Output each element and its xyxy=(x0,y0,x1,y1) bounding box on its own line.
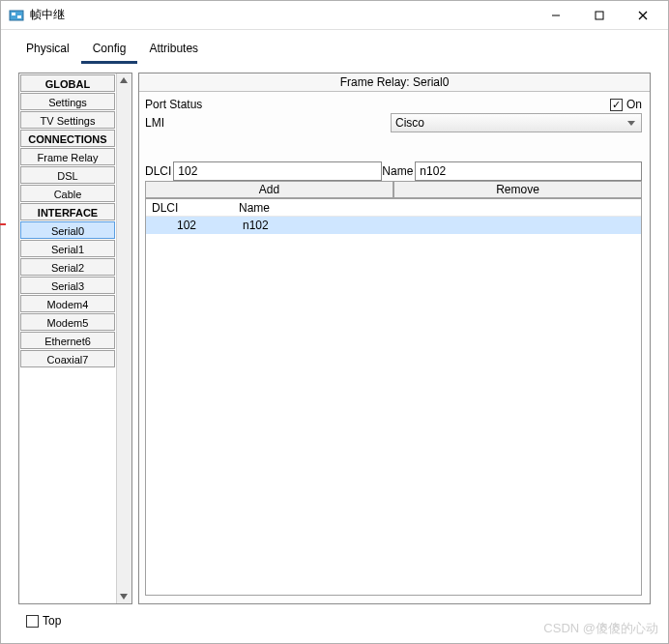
table-header: DLCI Name xyxy=(146,199,641,217)
svg-rect-4 xyxy=(596,12,603,19)
annotation-tick xyxy=(0,223,6,225)
dlci-input[interactable]: 102 xyxy=(173,161,382,181)
svg-rect-1 xyxy=(12,13,15,15)
col-name[interactable]: Name xyxy=(233,199,641,216)
top-checkbox[interactable] xyxy=(26,615,39,628)
lmi-dropdown[interactable]: Cisco xyxy=(391,113,642,132)
lmi-row: LMI Cisco xyxy=(145,113,642,132)
svg-rect-2 xyxy=(17,15,21,18)
col-dlci[interactable]: DLCI xyxy=(146,199,233,216)
tab-bar: PhysicalConfigAttributes xyxy=(15,38,654,65)
sidebar-item-serial0[interactable]: Serial0 xyxy=(20,221,115,239)
table-body: 102n102 xyxy=(146,217,641,234)
lmi-value: Cisco xyxy=(395,116,424,130)
dlci-label: DLCI xyxy=(145,164,171,178)
client-area: PhysicalConfigAttributes GLOBALSettingsT… xyxy=(1,30,668,643)
sidebar-header-interface: INTERFACE xyxy=(20,203,115,220)
sidebar-item-modem4[interactable]: Modem4 xyxy=(20,295,115,312)
app-icon xyxy=(9,8,24,23)
dlci-entry-row: DLCI 102 Name n102 xyxy=(145,161,642,181)
sidebar-item-serial2[interactable]: Serial2 xyxy=(20,258,115,276)
sidebar-item-settings[interactable]: Settings xyxy=(20,93,115,110)
sidebar-item-tv-settings[interactable]: TV Settings xyxy=(20,111,115,129)
cell-dlci: 102 xyxy=(146,217,233,234)
watermark: CSDN @傻傻的心动 xyxy=(543,620,658,637)
close-button[interactable] xyxy=(621,2,664,29)
panel-title: Frame Relay: Serial0 xyxy=(139,73,650,92)
add-button[interactable]: Add xyxy=(145,181,393,198)
name-input[interactable]: n102 xyxy=(415,161,642,181)
dlci-table: DLCI Name 102n102 xyxy=(145,198,642,596)
maximize-button[interactable] xyxy=(577,2,621,29)
add-remove-row: Add Remove xyxy=(145,181,642,198)
sidebar-header-connections: CONNECTIONS xyxy=(20,130,115,147)
panel-body: Port Status On LMI Cisco DLCI 102 xyxy=(139,92,650,603)
main-panel: Frame Relay: Serial0 Port Status On LMI … xyxy=(138,73,651,604)
table-row[interactable]: 102n102 xyxy=(146,217,641,234)
body-row: GLOBALSettingsTV SettingsCONNECTIONSFram… xyxy=(15,69,654,608)
cell-name: n102 xyxy=(233,217,641,234)
port-status-label: Port Status xyxy=(145,98,202,111)
sidebar: GLOBALSettingsTV SettingsCONNECTIONSFram… xyxy=(18,73,132,604)
sidebar-item-frame-relay[interactable]: Frame Relay xyxy=(20,148,115,165)
titlebar: 帧中继 xyxy=(1,1,668,30)
sidebar-item-coaxial7[interactable]: Coaxial7 xyxy=(20,350,115,367)
app-window: 帧中继 PhysicalConfigAttributes GLOBALSetti… xyxy=(0,0,669,644)
port-status-checkbox[interactable] xyxy=(610,99,623,111)
minimize-button[interactable] xyxy=(534,2,577,29)
sidebar-item-serial3[interactable]: Serial3 xyxy=(20,277,115,294)
window-controls xyxy=(534,2,664,29)
sidebar-item-dsl[interactable]: DSL xyxy=(20,166,115,184)
tab-physical[interactable]: Physical xyxy=(15,38,81,64)
port-status-row: Port Status On xyxy=(145,98,642,111)
sidebar-item-serial1[interactable]: Serial1 xyxy=(20,240,115,257)
tab-attributes[interactable]: Attributes xyxy=(137,38,210,64)
sidebar-item-ethernet6[interactable]: Ethernet6 xyxy=(20,332,115,349)
remove-button[interactable]: Remove xyxy=(393,181,642,198)
port-status-on-label: On xyxy=(626,98,642,111)
sidebar-list: GLOBALSettingsTV SettingsCONNECTIONSFram… xyxy=(19,73,116,603)
sidebar-scrollbar[interactable] xyxy=(116,73,131,603)
lmi-label: LMI xyxy=(145,116,168,130)
name-label: Name xyxy=(382,164,413,178)
window-title: 帧中继 xyxy=(30,7,534,23)
tab-config[interactable]: Config xyxy=(81,38,138,64)
top-label: Top xyxy=(43,614,61,628)
sidebar-header-global: GLOBAL xyxy=(20,74,115,92)
sidebar-item-cable[interactable]: Cable xyxy=(20,185,115,202)
sidebar-item-modem5[interactable]: Modem5 xyxy=(20,313,115,331)
